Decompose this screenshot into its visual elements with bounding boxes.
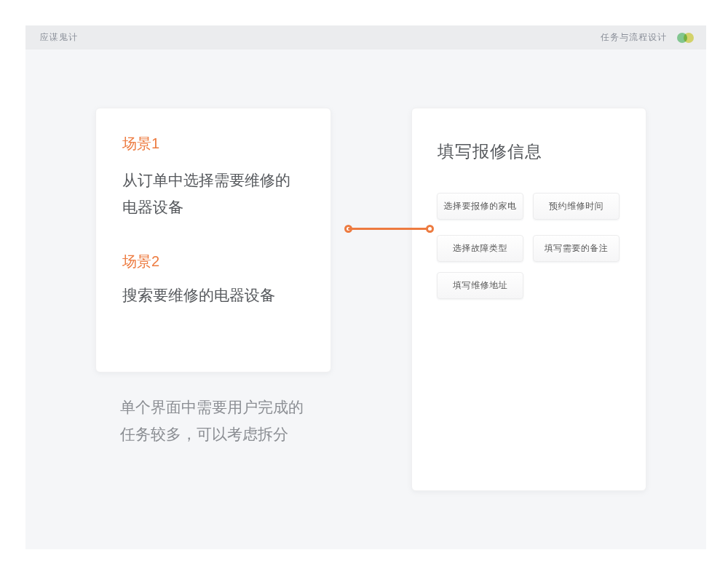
scenario-2-label: 场景2 [122,252,304,270]
form-button-appointment-time[interactable]: 预约维修时间 [533,193,620,220]
top-bar: 应谋鬼计 任务与流程设计 [25,25,706,49]
form-title: 填写报修信息 [438,140,542,163]
connector-line[interactable] [344,224,434,233]
form-button-notes[interactable]: 填写需要的备注 [533,235,620,262]
form-mockup-card[interactable]: 填写报修信息 选择要报修的家电 预约维修时间 选择故障类型 填写需要的备注 填写… [411,108,646,491]
design-canvas: 场景1 从订单中选择需要维修的电器设备 场景2 搜索要维修的电器设备 单个界面中… [25,49,706,549]
canvas-note: 单个界面中需要用户完成的任务较多，可以考虑拆分 [120,394,311,447]
form-button-repair-address[interactable]: 填写维修地址 [437,272,523,299]
connector-segment [348,228,430,230]
yellow-circle-icon [684,33,694,43]
overlap-circles-icon[interactable] [677,33,695,43]
form-button-fault-type[interactable]: 选择故障类型 [437,235,523,262]
scenario-1-text: 从订单中选择需要维修的电器设备 [122,167,298,220]
scenario-1-label: 场景1 [122,135,304,152]
scenario-card[interactable]: 场景1 从订单中选择需要维修的电器设备 场景2 搜索要维修的电器设备 [95,108,331,372]
scenario-2-text: 搜索要维修的电器设备 [122,282,306,308]
project-title: 应谋鬼计 [40,31,78,44]
top-bar-right: 任务与流程设计 [601,31,695,44]
connector-endpoint-right-icon [426,225,434,233]
page-mode-label: 任务与流程设计 [601,31,667,44]
app-frame: 应谋鬼计 任务与流程设计 场景1 从订单中选择需要维修的电器设备 场景2 搜索要… [25,25,706,549]
form-button-select-appliance[interactable]: 选择要报修的家电 [437,193,523,220]
